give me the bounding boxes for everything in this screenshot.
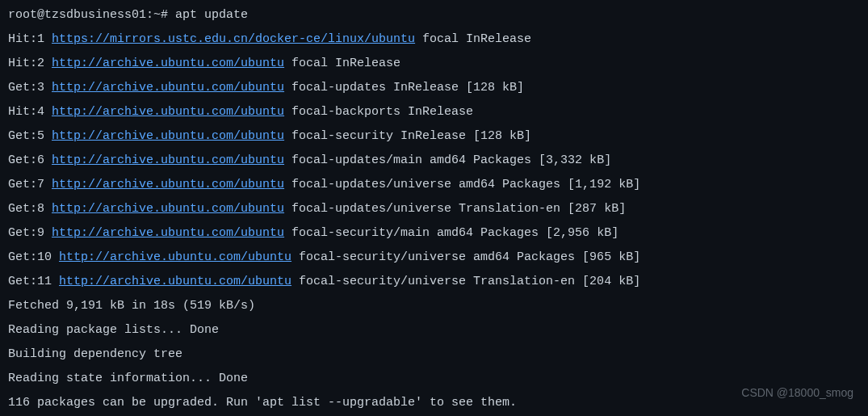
source-prefix: Get:11	[8, 275, 59, 288]
source-url[interactable]: http://archive.ubuntu.com/ubuntu	[52, 81, 284, 95]
prompt-sep: :	[146, 8, 153, 22]
source-suffix: focal-backports InRelease	[284, 105, 473, 119]
source-suffix: focal-security InRelease [128 kB]	[284, 129, 531, 143]
source-line: Get:5 http://archive.ubuntu.com/ubuntu f…	[8, 124, 860, 149]
source-suffix: focal-updates/universe Translation-en [2…	[284, 202, 626, 216]
source-url[interactable]: http://archive.ubuntu.com/ubuntu	[52, 57, 284, 70]
source-url[interactable]: http://archive.ubuntu.com/ubuntu	[52, 129, 284, 143]
source-suffix: focal-updates/universe amd64 Packages [1…	[284, 178, 640, 191]
source-suffix: focal-updates InRelease [128 kB]	[284, 81, 524, 95]
source-prefix: Get:5	[8, 129, 52, 143]
summary-line: Reading package lists... Done	[8, 318, 860, 342]
prompt-cwd: ~	[153, 8, 161, 22]
source-suffix: focal-security/universe Translation-en […	[291, 275, 640, 288]
source-url[interactable]: http://archive.ubuntu.com/ubuntu	[52, 105, 284, 119]
source-prefix: Get:7	[8, 178, 52, 191]
source-url[interactable]: http://archive.ubuntu.com/ubuntu	[52, 153, 284, 167]
prompt-user-host: root@tzsdbusiness01	[8, 8, 146, 22]
source-suffix: focal-updates/main amd64 Packages [3,332…	[284, 153, 611, 167]
source-line: Get:11 http://archive.ubuntu.com/ubuntu …	[8, 270, 860, 294]
prompt-line: root@tzsdbusiness01:~# apt update	[8, 3, 860, 27]
source-prefix: Get:10	[8, 250, 59, 264]
source-suffix: focal InRelease	[284, 57, 400, 70]
source-url[interactable]: http://archive.ubuntu.com/ubuntu	[52, 202, 284, 216]
source-line: Get:6 http://archive.ubuntu.com/ubuntu f…	[8, 149, 860, 173]
source-prefix: Get:3	[8, 81, 52, 95]
watermark: CSDN @18000_smog	[741, 380, 853, 405]
source-line: Get:3 http://archive.ubuntu.com/ubuntu f…	[8, 76, 860, 100]
source-suffix: focal-security/main amd64 Packages [2,95…	[284, 226, 619, 240]
prompt-command: apt update	[175, 8, 248, 22]
source-line: Hit:1 https://mirrors.ustc.edu.cn/docker…	[8, 27, 860, 52]
summary-line: Fetched 9,191 kB in 18s (519 kB/s)	[8, 294, 860, 318]
source-url[interactable]: http://archive.ubuntu.com/ubuntu	[59, 275, 291, 288]
source-prefix: Get:8	[8, 202, 52, 216]
source-line: Get:9 http://archive.ubuntu.com/ubuntu f…	[8, 221, 860, 246]
source-url[interactable]: https://mirrors.ustc.edu.cn/docker-ce/li…	[52, 32, 415, 46]
source-url[interactable]: http://archive.ubuntu.com/ubuntu	[52, 226, 284, 240]
source-url[interactable]: http://archive.ubuntu.com/ubuntu	[52, 178, 284, 191]
summary-line: 116 packages can be upgraded. Run 'apt l…	[8, 391, 860, 415]
source-line: Get:7 http://archive.ubuntu.com/ubuntu f…	[8, 173, 860, 197]
source-line: Get:10 http://archive.ubuntu.com/ubuntu …	[8, 246, 860, 270]
source-prefix: Hit:2	[8, 57, 52, 70]
source-prefix: Get:6	[8, 153, 52, 167]
summary-line: Reading state information... Done	[8, 367, 860, 391]
source-suffix: focal-security/universe amd64 Packages […	[291, 250, 640, 264]
source-suffix: focal InRelease	[415, 32, 531, 46]
source-prefix: Hit:1	[8, 32, 52, 46]
source-line: Hit:2 http://archive.ubuntu.com/ubuntu f…	[8, 52, 860, 76]
source-prefix: Get:9	[8, 226, 52, 240]
source-line: Get:8 http://archive.ubuntu.com/ubuntu f…	[8, 197, 860, 221]
source-url[interactable]: http://archive.ubuntu.com/ubuntu	[59, 250, 291, 264]
source-prefix: Hit:4	[8, 105, 52, 119]
prompt-symbol: #	[161, 8, 168, 22]
source-line: Hit:4 http://archive.ubuntu.com/ubuntu f…	[8, 100, 860, 124]
summary-line: Building dependency tree	[8, 342, 860, 367]
